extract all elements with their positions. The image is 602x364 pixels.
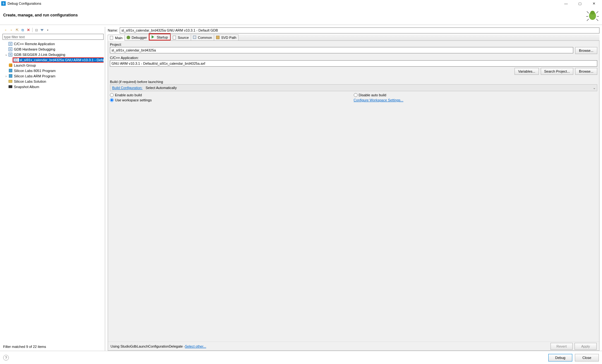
new-prototype-button[interactable]: ▫ bbox=[9, 27, 14, 33]
svg-line-2 bbox=[587, 11, 589, 13]
select-other-link[interactable]: Select other... bbox=[185, 344, 206, 348]
tab-source[interactable]: Source bbox=[171, 34, 191, 40]
tab-label: SVD Path bbox=[221, 36, 236, 39]
build-config-link[interactable]: Build Configuration: bbox=[110, 86, 144, 90]
application-label: C/C++ Application: bbox=[110, 56, 597, 60]
disable-auto-build-radio[interactable] bbox=[354, 93, 358, 97]
tab-startup[interactable]: Startup bbox=[149, 34, 170, 40]
maximize-button[interactable]: ▢ bbox=[573, 0, 587, 7]
startup-highlight: Startup bbox=[149, 33, 170, 40]
enable-auto-build-radio[interactable] bbox=[110, 93, 114, 97]
expand-icon[interactable]: ⌄ bbox=[4, 52, 8, 57]
application-input[interactable] bbox=[110, 60, 597, 67]
tree-item-selected-config[interactable]: csl_si91x_calendar_brd4325a GNU ARM v10.… bbox=[3, 57, 104, 63]
use-workspace-label: Use workspace settings bbox=[115, 98, 152, 102]
tree-item-8051[interactable]: Silicon Labs 8051 Program bbox=[3, 68, 104, 73]
dialog-header: Create, manage, and run configurations bbox=[0, 7, 602, 25]
expand-icon[interactable]: › bbox=[4, 74, 8, 78]
main-tab-content: Project: Browse... C/C++ Application: Va… bbox=[108, 41, 599, 351]
tree-item-gdb-segger[interactable]: ⌄cGDB SEGGER J-Link Debugging bbox=[3, 52, 104, 57]
delegate-row: Using StudioGdbLaunchConfigurationDelega… bbox=[108, 342, 599, 350]
new-config-button[interactable]: ▫ bbox=[3, 27, 8, 33]
tab-debugger[interactable]: Debugger bbox=[124, 34, 149, 40]
tree-label: GDB Hardware Debugging bbox=[14, 47, 55, 51]
tree-item-cpp-remote[interactable]: cC/C++ Remote Application bbox=[3, 41, 104, 46]
help-icon[interactable]: ? bbox=[3, 355, 9, 361]
tree-label: Snapshot Album bbox=[14, 85, 39, 89]
close-button[interactable]: Close bbox=[575, 354, 599, 361]
svg-line-6 bbox=[587, 19, 589, 21]
config-tabs: Main Debugger Startup Source Common SVD … bbox=[108, 34, 599, 41]
tab-svd[interactable]: SVD Path bbox=[214, 34, 238, 40]
tab-common[interactable]: Common bbox=[191, 34, 214, 40]
tree-item-arm-program[interactable]: ›Silicon Labs ARM Program bbox=[3, 73, 104, 79]
close-window-button[interactable]: ✕ bbox=[587, 0, 601, 7]
tree-label: Launch Group bbox=[14, 63, 36, 67]
tree-item-gdb-hardware[interactable]: cGDB Hardware Debugging bbox=[3, 46, 104, 52]
use-workspace-radio[interactable] bbox=[110, 98, 114, 102]
application-browse-button[interactable]: Browse... bbox=[575, 68, 597, 75]
tree-label: Silicon Labs ARM Program bbox=[14, 74, 55, 78]
tree-label: sl_si91x_calendar_brd4325a GNU ARM v10.3… bbox=[19, 58, 104, 62]
right-panel: Name: Main Debugger Startup Source Commo… bbox=[105, 27, 602, 351]
svg-line-7 bbox=[596, 19, 598, 21]
delegate-text: Using StudioGdbLaunchConfigurationDelega… bbox=[111, 344, 185, 348]
minimize-button[interactable]: — bbox=[559, 0, 573, 7]
config-toolbar: ▫ ▫ ⇱ ⧉ ✕ ⊟ ▾ bbox=[3, 27, 104, 33]
project-input[interactable] bbox=[110, 47, 573, 53]
build-config-select[interactable]: Select Automatically ⌄ bbox=[144, 86, 597, 90]
tree-item-solution[interactable]: Silicon Labs Solution bbox=[3, 79, 104, 84]
project-browse-button[interactable]: Browse... bbox=[575, 47, 597, 54]
delete-button[interactable]: ✕ bbox=[26, 27, 31, 33]
build-section-label: Build (if required) before launching bbox=[110, 80, 597, 84]
window-title: Debug Configurations bbox=[8, 2, 41, 5]
tree-label: GDB SEGGER J-Link Debugging bbox=[14, 53, 65, 57]
tree-label: C/C++ Remote Application bbox=[14, 42, 55, 46]
main-area: ▫ ▫ ⇱ ⧉ ✕ ⊟ ▾ cC/C++ Remote Application … bbox=[0, 25, 602, 351]
chevron-down-icon: ⌄ bbox=[593, 86, 596, 90]
enable-auto-build-label: Enable auto build bbox=[115, 93, 142, 97]
app-icon: S bbox=[1, 1, 6, 6]
tree-label: Silicon Labs Solution bbox=[14, 80, 46, 83]
tab-label: Source bbox=[178, 36, 189, 39]
tab-label: Debugger bbox=[132, 36, 147, 39]
svg-point-1 bbox=[590, 11, 595, 15]
tab-label: Main bbox=[115, 36, 123, 40]
tree-label: Silicon Labs 8051 Program bbox=[14, 69, 56, 73]
svg-line-3 bbox=[596, 11, 598, 13]
build-config-value: Select Automatically bbox=[146, 86, 177, 90]
name-input[interactable] bbox=[120, 27, 599, 33]
filter-input[interactable] bbox=[3, 34, 104, 40]
config-tree[interactable]: cC/C++ Remote Application cGDB Hardware … bbox=[3, 41, 104, 344]
duplicate-button[interactable]: ⧉ bbox=[20, 27, 25, 33]
dialog-footer: ? Debug Close bbox=[0, 351, 602, 364]
disable-auto-build-label: Disable auto build bbox=[359, 93, 386, 97]
dialog-title: Create, manage, and run configurations bbox=[3, 13, 78, 17]
debug-button[interactable]: Debug bbox=[548, 354, 572, 361]
collapse-all-button[interactable]: ⊟ bbox=[34, 27, 39, 33]
configure-workspace-link[interactable]: Configure Workspace Settings... bbox=[354, 98, 404, 102]
left-panel: ▫ ▫ ⇱ ⧉ ✕ ⊟ ▾ cC/C++ Remote Application … bbox=[0, 27, 105, 351]
build-config-row: Build Configuration: Select Automaticall… bbox=[110, 84, 597, 91]
project-label: Project: bbox=[110, 43, 597, 46]
filter-button[interactable] bbox=[39, 27, 45, 33]
filter-status: Filter matched 9 of 22 items bbox=[3, 344, 104, 349]
tab-label: Startup bbox=[157, 35, 168, 39]
variables-button[interactable]: Variables... bbox=[515, 68, 539, 75]
search-project-button[interactable]: Search Project... bbox=[541, 68, 573, 75]
name-label: Name: bbox=[108, 28, 118, 32]
title-bar: S Debug Configurations — ▢ ✕ bbox=[0, 0, 602, 7]
export-button[interactable]: ⇱ bbox=[15, 27, 20, 33]
revert-button[interactable]: Revert bbox=[551, 343, 573, 350]
apply-button[interactable]: Apply bbox=[575, 343, 597, 350]
filter-dropdown-button[interactable]: ▾ bbox=[45, 27, 50, 33]
tab-main[interactable]: Main bbox=[108, 35, 125, 41]
tree-item-launch-group[interactable]: Launch Group bbox=[3, 63, 104, 68]
tree-item-snapshot[interactable]: Snapshot Album bbox=[3, 84, 104, 89]
debug-bug-icon bbox=[586, 9, 599, 21]
tab-label: Common bbox=[198, 36, 212, 39]
